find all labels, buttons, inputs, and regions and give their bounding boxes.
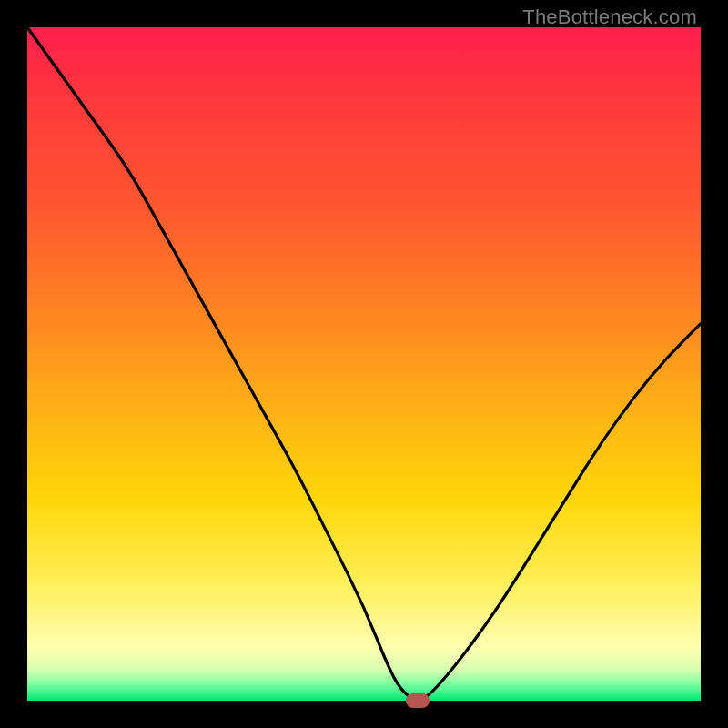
optimal-point-marker xyxy=(406,693,430,708)
chart-frame: TheBottleneck.com xyxy=(0,0,728,728)
watermark-text: TheBottleneck.com xyxy=(522,5,697,29)
chart-plot-area xyxy=(27,27,701,701)
bottleneck-curve xyxy=(27,27,701,701)
